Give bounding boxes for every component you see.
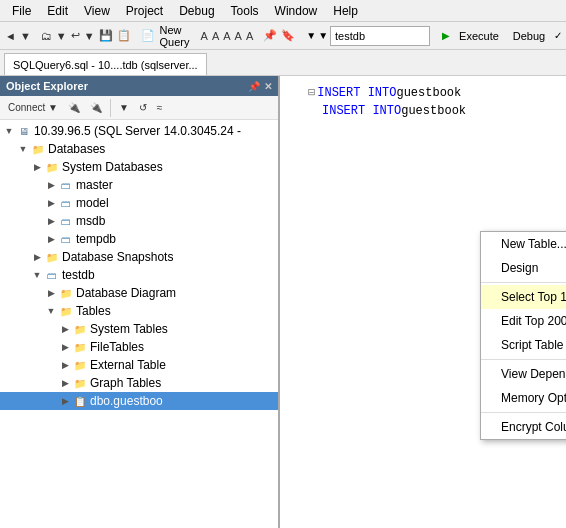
menu-window[interactable]: Window xyxy=(267,2,326,20)
master-icon: 🗃 xyxy=(58,177,74,193)
toggle-tempdb: ▶ xyxy=(44,232,58,246)
tree-item-file-tables[interactable]: ▶ 📁 FileTables xyxy=(0,338,278,356)
oe-refresh-btn[interactable]: ↺ xyxy=(135,100,151,115)
toolbar-btn-1[interactable]: 🗂 xyxy=(40,25,53,47)
connect-button[interactable]: Connect ▼ xyxy=(4,100,62,115)
filter-button[interactable]: ▼ xyxy=(115,100,133,115)
new-query-label[interactable]: New Query xyxy=(158,24,192,48)
ctx-new-table-label: New Table... xyxy=(501,237,566,251)
bookmark-button[interactable]: 🔖 xyxy=(280,25,296,47)
forward-button[interactable]: ▼ xyxy=(19,25,32,47)
filter-icon-2: ▼ xyxy=(318,30,328,41)
menu-file[interactable]: File xyxy=(4,2,39,20)
toolbar: ◄ ▼ 🗂 ▼ ↩ ▼ 💾 📋 📄 New Query A A A A A 📌 … xyxy=(0,22,566,50)
toolbar-icon-c[interactable]: A xyxy=(222,25,231,47)
toggle-server: ▼ xyxy=(2,124,16,138)
ctx-new-table[interactable]: New Table... xyxy=(481,232,566,256)
ctx-separator-1 xyxy=(481,282,566,283)
ctx-encrypt-columns[interactable]: Encrypt Columns... xyxy=(481,415,566,439)
menu-bar: File Edit View Project Debug Tools Windo… xyxy=(0,0,566,22)
tree-item-model[interactable]: ▶ 🗃 model xyxy=(0,194,278,212)
back-button[interactable]: ◄ xyxy=(4,25,17,47)
tree-item-msdb[interactable]: ▶ 🗃 msdb xyxy=(0,212,278,230)
ctx-design[interactable]: Design xyxy=(481,256,566,280)
execute-play-icon: ▶ xyxy=(442,30,450,41)
tab-sqlquery[interactable]: SQLQuery6.sql - 10....tdb (sqlserver... xyxy=(4,53,207,75)
oe-options-btn[interactable]: ≈ xyxy=(153,100,167,115)
tree-item-master[interactable]: ▶ 🗃 master xyxy=(0,176,278,194)
refresh-button[interactable]: 🔌 xyxy=(64,100,84,115)
ctx-memory-optimization[interactable]: Memory Optimization Advisor xyxy=(481,386,566,410)
context-menu: New Table... Design Select Top 1000 Rows… xyxy=(480,231,566,440)
graph-tables-label: Graph Tables xyxy=(90,376,161,390)
tree-item-tables[interactable]: ▼ 📁 Tables xyxy=(0,302,278,320)
tree-item-external-tables[interactable]: ▶ 📁 External Table xyxy=(0,356,278,374)
master-label: master xyxy=(76,178,113,192)
db-selector[interactable] xyxy=(330,26,430,46)
sql-text-1: guestbook xyxy=(396,84,461,102)
execute-button[interactable]: Execute xyxy=(454,28,504,44)
toggle-system-dbs: ▶ xyxy=(30,160,44,174)
tree-item-guestbook[interactable]: ▶ 📋 dbo.guestboo xyxy=(0,392,278,410)
tree-item-databases[interactable]: ▼ 📁 Databases xyxy=(0,140,278,158)
sql-keyword-1: INSERT INTO xyxy=(317,84,396,102)
model-icon: 🗃 xyxy=(58,195,74,211)
menu-edit[interactable]: Edit xyxy=(39,2,76,20)
ctx-script-table[interactable]: Script Table as ▶ xyxy=(481,333,566,357)
tree-item-testdb[interactable]: ▼ 🗃 testdb xyxy=(0,266,278,284)
databases-icon: 📁 xyxy=(30,141,46,157)
toggle-db-snapshots: ▶ xyxy=(30,250,44,264)
guestbook-icon: 📋 xyxy=(72,393,88,409)
tempdb-label: tempdb xyxy=(76,232,116,246)
tree-item-db-snapshots[interactable]: ▶ 📁 Database Snapshots xyxy=(0,248,278,266)
ctx-design-label: Design xyxy=(501,261,538,275)
toolbar-btn-5[interactable]: 📋 xyxy=(116,25,132,47)
sql-line-2: INSERT INTO guestbook xyxy=(288,102,558,120)
file-tables-label: FileTables xyxy=(90,340,144,354)
tree-item-tempdb[interactable]: ▶ 🗃 tempdb xyxy=(0,230,278,248)
menu-debug[interactable]: Debug xyxy=(171,2,222,20)
pin-button[interactable]: 📌 xyxy=(262,25,278,47)
tree-item-db-diagrams[interactable]: ▶ 📁 Database Diagram xyxy=(0,284,278,302)
tree-item-graph-tables[interactable]: ▶ 📁 Graph Tables xyxy=(0,374,278,392)
ctx-edit-top-200[interactable]: Edit Top 200 Rows xyxy=(481,309,566,333)
menu-view[interactable]: View xyxy=(76,2,118,20)
toolbar-icon-a[interactable]: A xyxy=(200,25,209,47)
toolbar-icon-e[interactable]: A xyxy=(245,25,254,47)
save-button[interactable]: 💾 xyxy=(98,25,114,47)
disconnect-button[interactable]: 🔌 xyxy=(86,100,106,115)
menu-project[interactable]: Project xyxy=(118,2,171,20)
sql-keyword-2: INSERT INTO xyxy=(322,102,401,120)
ctx-script-table-label: Script Table as xyxy=(501,338,566,352)
tree-item-system-dbs[interactable]: ▶ 📁 System Databases xyxy=(0,158,278,176)
toolbar-icon-b[interactable]: A xyxy=(211,25,220,47)
new-query-icon[interactable]: 📄 xyxy=(140,25,156,47)
main-content: Object Explorer 📌 ✕ Connect ▼ 🔌 🔌 ▼ ↺ ≈ … xyxy=(0,76,566,528)
debug-button[interactable]: Debug xyxy=(508,28,550,44)
toolbar-btn-2[interactable]: ▼ xyxy=(55,25,68,47)
ctx-view-dependencies[interactable]: View Dependencies xyxy=(481,362,566,386)
toggle-tables: ▼ xyxy=(44,304,58,318)
toolbar-btn-4[interactable]: ▼ xyxy=(83,25,96,47)
ctx-select-top-1000[interactable]: Select Top 1000 Rows xyxy=(481,285,566,309)
tab-bar: SQLQuery6.sql - 10....tdb (sqlserver... xyxy=(0,50,566,76)
toolbar-btn-3[interactable]: ↩ xyxy=(70,25,81,47)
toolbar-icon-d[interactable]: A xyxy=(234,25,243,47)
execute-area: ▶ Execute Debug ✓ xyxy=(442,28,562,44)
close-icon[interactable]: ✕ xyxy=(264,81,272,92)
ctx-separator-2 xyxy=(481,359,566,360)
collapse-icon-1[interactable]: ⊟ xyxy=(308,84,317,102)
tree-item-server[interactable]: ▼ 🖥 10.39.96.5 (SQL Server 14.0.3045.24 … xyxy=(0,122,278,140)
toggle-testdb: ▼ xyxy=(30,268,44,282)
oe-header-icons: 📌 ✕ xyxy=(248,81,272,92)
toggle-model: ▶ xyxy=(44,196,58,210)
tree-item-system-tables[interactable]: ▶ 📁 System Tables xyxy=(0,320,278,338)
external-tables-icon: 📁 xyxy=(72,357,88,373)
pin-icon[interactable]: 📌 xyxy=(248,81,260,92)
filter-icon: ▼ xyxy=(306,30,316,41)
menu-help[interactable]: Help xyxy=(325,2,366,20)
msdb-label: msdb xyxy=(76,214,105,228)
menu-tools[interactable]: Tools xyxy=(223,2,267,20)
tables-label: Tables xyxy=(76,304,111,318)
oe-title: Object Explorer xyxy=(6,80,88,92)
